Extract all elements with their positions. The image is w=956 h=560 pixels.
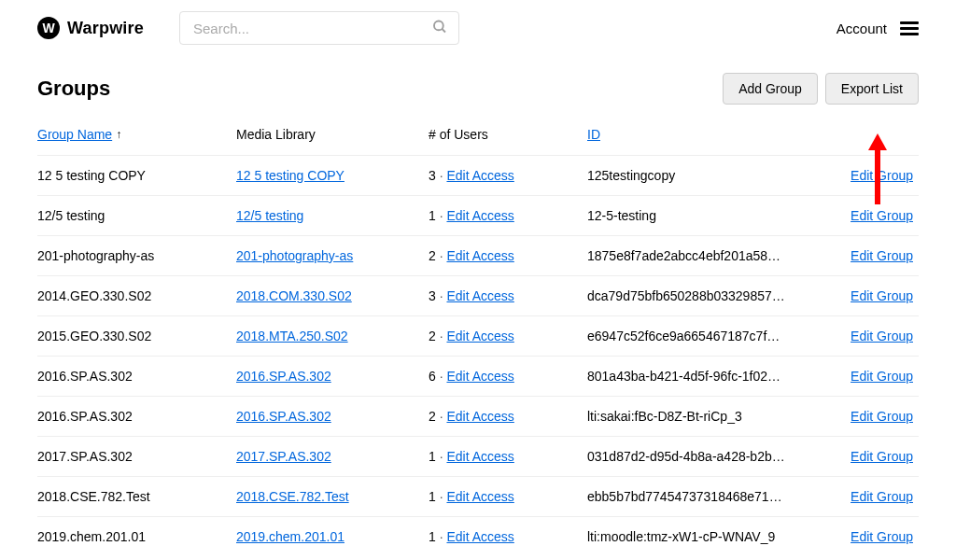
edit-group-link[interactable]: Edit Group [851, 288, 913, 303]
table-row: 2018.CSE.782.Test2018.CSE.782.Test1 · Ed… [37, 477, 919, 517]
table-row: 12 5 testing COPY12 5 testing COPY3 · Ed… [37, 156, 919, 196]
menu-icon[interactable] [900, 21, 919, 35]
edit-access-link[interactable]: Edit Access [446, 288, 513, 303]
user-count: 1 [429, 489, 436, 504]
search-input[interactable] [179, 11, 459, 45]
edit-access-link[interactable]: Edit Access [446, 329, 513, 343]
edit-group-link[interactable]: Edit Group [851, 208, 913, 223]
cell-id: lti:sakai:fBc-D8Z-Bt-riCp_3 [587, 397, 802, 437]
edit-access-link[interactable]: Edit Access [446, 248, 513, 263]
cell-media-library: 2018.COM.330.S02 [236, 276, 429, 316]
cell-id: ebb5b7bd77454737318468e71… [587, 477, 802, 517]
media-library-link[interactable]: 2018.MTA.250.S02 [236, 329, 348, 343]
media-library-link[interactable]: 12/5 testing [236, 208, 303, 223]
cell-media-library: 2016.SP.AS.302 [236, 397, 429, 437]
cell-id: lti:moodle:tmz-xW1-cP-WNAV_9 [587, 517, 802, 557]
cell-id: dca79d75bfb650288b03329857… [587, 276, 802, 316]
cell-id: 12-5-testing [587, 196, 802, 236]
edit-group-link[interactable]: Edit Group [851, 248, 913, 263]
export-list-button[interactable]: Export List [825, 73, 919, 105]
cell-id: 031d87d2-d95d-4b8a-a428-b2b… [587, 437, 802, 477]
edit-group-link[interactable]: Edit Group [851, 329, 913, 343]
cell-media-library: 2018.CSE.782.Test [236, 477, 429, 517]
content: Groups Add Group Export List Group Name↑… [0, 56, 956, 560]
groups-table: Group Name↑ Media Library # of Users ID … [37, 127, 919, 556]
edit-group-link[interactable]: Edit Group [851, 409, 913, 424]
svg-point-0 [434, 21, 443, 31]
edit-access-link[interactable]: Edit Access [446, 369, 513, 384]
cell-actions: Edit Group [802, 316, 919, 357]
edit-access-link[interactable]: Edit Access [446, 168, 513, 183]
cell-media-library: 2017.SP.AS.302 [236, 437, 429, 477]
edit-group-link[interactable]: Edit Group [851, 369, 913, 384]
brand-name: Warpwire [67, 19, 144, 38]
cell-actions: Edit Group [802, 397, 919, 437]
media-library-link[interactable]: 2016.SP.AS.302 [236, 369, 331, 384]
action-buttons: Add Group Export List [723, 73, 919, 105]
col-group-name[interactable]: Group Name↑ [37, 127, 236, 156]
media-library-link[interactable]: 2019.chem.201.01 [236, 529, 344, 544]
cell-actions: Edit Group [802, 437, 919, 477]
edit-access-link[interactable]: Edit Access [446, 529, 513, 544]
brand-logo: W [37, 17, 60, 39]
table-header-row: Group Name↑ Media Library # of Users ID [37, 127, 919, 156]
table-row: 201-photography-as201-photography-as2 · … [37, 236, 919, 276]
media-library-link[interactable]: 2018.CSE.782.Test [236, 489, 349, 504]
separator: · [436, 409, 447, 424]
table-row: 2015.GEO.330.S022018.MTA.250.S022 · Edit… [37, 316, 919, 357]
search-wrap [179, 11, 459, 45]
edit-group-link[interactable]: Edit Group [851, 168, 913, 183]
cell-media-library: 12/5 testing [236, 196, 429, 236]
edit-group-link[interactable]: Edit Group [851, 449, 913, 464]
cell-actions: Edit Group [802, 156, 919, 196]
cell-actions: Edit Group [802, 236, 919, 276]
col-id[interactable]: ID [587, 127, 802, 156]
media-library-link[interactable]: 2017.SP.AS.302 [236, 449, 331, 464]
edit-access-link[interactable]: Edit Access [446, 208, 513, 223]
cell-actions: Edit Group [802, 357, 919, 397]
cell-actions: Edit Group [802, 196, 919, 236]
cell-group-name: 2019.chem.201.01 [37, 517, 236, 557]
user-count: 1 [429, 449, 436, 464]
edit-group-link[interactable]: Edit Group [851, 529, 913, 544]
brand[interactable]: W Warpwire [37, 17, 144, 39]
account-link[interactable]: Account [836, 21, 887, 36]
cell-group-name: 2016.SP.AS.302 [37, 357, 236, 397]
cell-users: 2 · Edit Access [429, 397, 587, 437]
user-count: 3 [429, 168, 436, 183]
cell-group-name: 2018.CSE.782.Test [37, 477, 236, 517]
user-count: 2 [429, 248, 436, 263]
cell-users: 1 · Edit Access [429, 196, 587, 236]
media-library-link[interactable]: 201-photography-as [236, 248, 353, 263]
media-library-link[interactable]: 2018.COM.330.S02 [236, 288, 352, 303]
media-library-link[interactable]: 12 5 testing COPY [236, 168, 344, 183]
edit-group-link[interactable]: Edit Group [851, 489, 913, 504]
edit-access-link[interactable]: Edit Access [446, 489, 513, 504]
cell-actions: Edit Group [802, 276, 919, 316]
cell-users: 6 · Edit Access [429, 357, 587, 397]
separator: · [436, 208, 447, 223]
edit-access-link[interactable]: Edit Access [446, 409, 513, 424]
col-group-name-label[interactable]: Group Name [37, 127, 112, 142]
cell-group-name: 2015.GEO.330.S02 [37, 316, 236, 357]
table-row: 2017.SP.AS.3022017.SP.AS.3021 · Edit Acc… [37, 437, 919, 477]
table-row: 2014.GEO.330.S022018.COM.330.S023 · Edit… [37, 276, 919, 316]
sort-asc-icon: ↑ [116, 128, 121, 141]
cell-group-name: 12/5 testing [37, 196, 236, 236]
cell-users: 3 · Edit Access [429, 276, 587, 316]
separator: · [436, 529, 447, 544]
media-library-link[interactable]: 2016.SP.AS.302 [236, 409, 331, 424]
separator: · [436, 369, 447, 384]
cell-media-library: 201-photography-as [236, 236, 429, 276]
cell-users: 2 · Edit Access [429, 316, 587, 357]
col-actions [802, 127, 919, 156]
edit-access-link[interactable]: Edit Access [446, 449, 513, 464]
cell-group-name: 201-photography-as [37, 236, 236, 276]
cell-users: 2 · Edit Access [429, 236, 587, 276]
table-row: 2016.SP.AS.3022016.SP.AS.3026 · Edit Acc… [37, 357, 919, 397]
search-icon[interactable] [431, 19, 448, 38]
cell-media-library: 2018.MTA.250.S02 [236, 316, 429, 357]
add-group-button[interactable]: Add Group [723, 73, 818, 105]
page-title: Groups [37, 77, 110, 101]
col-id-label[interactable]: ID [587, 127, 600, 142]
